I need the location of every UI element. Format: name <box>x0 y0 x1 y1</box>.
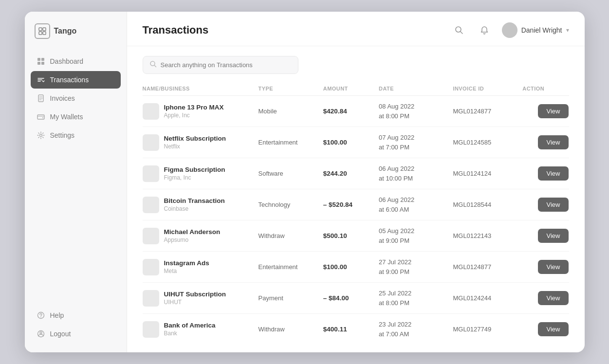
view-button[interactable]: View <box>538 291 569 305</box>
svg-point-11 <box>39 134 42 137</box>
view-button[interactable]: View <box>538 104 569 118</box>
invoices-icon <box>37 94 45 103</box>
sidebar-item-label: Logout <box>50 330 71 338</box>
row-icon <box>143 165 159 182</box>
svg-rect-2 <box>39 32 42 35</box>
cell-type: Withdraw <box>258 232 323 239</box>
sidebar-item-transactions[interactable]: Transactions <box>31 71 121 89</box>
row-icon <box>143 259 159 275</box>
svg-point-13 <box>40 317 41 317</box>
row-name: Michael Anderson <box>164 228 221 236</box>
sidebar: Tango Dashboard <box>25 12 127 352</box>
cell-type: Entertainment <box>258 263 323 271</box>
transactions-icon <box>37 75 45 84</box>
row-name: UIHUT Subscription <box>164 291 226 298</box>
row-name: Instagram Ads <box>164 259 209 267</box>
wallets-icon <box>37 112 45 121</box>
cell-name: Bank of America Bank <box>143 321 258 338</box>
row-business: UIHUT <box>164 299 226 306</box>
sidebar-bottom: Help Logout <box>25 307 127 343</box>
row-icon <box>143 103 159 120</box>
table-body: Iphone 13 Pro MAX Apple, Inc Mobile $420… <box>143 96 569 345</box>
cell-amount: $244.20 <box>323 170 379 177</box>
sidebar-item-label: Transactions <box>50 76 89 84</box>
table-row: Bank of America Bank Withdraw $400.11 23… <box>143 314 569 345</box>
table-row: UIHUT Subscription UIHUT Payment – $84.0… <box>143 283 569 314</box>
sidebar-item-label: My Wallets <box>50 113 83 121</box>
table-row: Michael Anderson Appsumo Withdraw $500.1… <box>143 220 569 252</box>
view-button[interactable]: View <box>538 135 569 149</box>
row-icon <box>143 290 159 307</box>
user-avatar <box>502 22 517 38</box>
row-business: Apple, Inc <box>164 112 224 119</box>
table-row: Bitcoin Transaction Coinbase Technology … <box>143 189 569 220</box>
cell-action: View <box>522 104 569 118</box>
svg-rect-4 <box>37 58 40 61</box>
user-name: Daniel Wright <box>521 26 562 34</box>
row-name: Figma Subscription <box>164 166 225 174</box>
row-icon <box>143 228 159 244</box>
col-type: TYPE <box>258 86 323 91</box>
page-title: Transactions <box>143 24 209 36</box>
svg-rect-5 <box>41 58 44 61</box>
row-name: Iphone 13 Pro MAX <box>164 104 224 111</box>
sidebar-item-label: Dashboard <box>50 57 84 65</box>
cell-name: Instagram Ads Meta <box>143 259 258 275</box>
cell-invoice: MGL0124585 <box>453 139 522 146</box>
sidebar-item-logout[interactable]: Logout <box>31 325 121 343</box>
row-icon <box>143 321 159 338</box>
view-button[interactable]: View <box>538 198 569 212</box>
row-business: Bank <box>164 330 216 337</box>
transactions-content: NAME/BUSINESS TYPE AMOUNT DATE INVOICE I… <box>127 46 585 352</box>
search-bar[interactable] <box>143 56 298 74</box>
cell-type: Technology <box>258 201 323 208</box>
notifications-button[interactable] <box>477 22 492 38</box>
sidebar-item-dashboard[interactable]: Dashboard <box>31 53 121 70</box>
cell-amount: – $520.84 <box>323 201 379 208</box>
search-header-button[interactable] <box>451 22 467 38</box>
row-icon <box>143 197 159 213</box>
view-button[interactable]: View <box>538 322 569 336</box>
cell-date: 07 Aug 2022at 7:00 PM <box>379 133 453 152</box>
row-name: Netflix Subscription <box>164 135 226 143</box>
cell-name: Michael Anderson Appsumo <box>143 228 258 244</box>
cell-name: Bitcoin Transaction Coinbase <box>143 197 258 213</box>
sidebar-item-label: Invoices <box>50 94 75 102</box>
cell-name: Netflix Subscription Netflix <box>143 134 258 151</box>
search-input[interactable] <box>161 61 291 69</box>
row-icon <box>143 134 159 151</box>
cell-date: 08 Aug 2022at 8:00 PM <box>379 102 453 121</box>
view-button[interactable]: View <box>538 260 569 274</box>
sidebar-item-wallets[interactable]: My Wallets <box>31 108 121 126</box>
logo-icon <box>35 23 50 39</box>
col-date: DATE <box>379 86 453 91</box>
cell-type: Mobile <box>258 108 323 115</box>
app-container: Tango Dashboard <box>25 12 585 352</box>
view-button[interactable]: View <box>538 166 569 181</box>
settings-icon <box>37 131 45 140</box>
header-right: Daniel Wright ▾ <box>451 22 569 38</box>
cell-action: View <box>522 198 569 212</box>
logout-icon <box>37 329 45 338</box>
cell-amount: $100.00 <box>323 263 379 271</box>
cell-amount: $100.00 <box>323 139 379 146</box>
view-button[interactable]: View <box>538 229 569 243</box>
sidebar-item-label: Settings <box>50 131 75 139</box>
sidebar-item-settings[interactable]: Settings <box>31 127 121 144</box>
cell-name: Figma Subscription Figma, Inc <box>143 165 258 182</box>
user-menu[interactable]: Daniel Wright ▾ <box>502 22 569 38</box>
transactions-table: NAME/BUSINESS TYPE AMOUNT DATE INVOICE I… <box>143 86 569 345</box>
col-action: ACTION <box>522 86 569 91</box>
row-business: Meta <box>164 268 209 274</box>
cell-action: View <box>522 166 569 181</box>
cell-name: Iphone 13 Pro MAX Apple, Inc <box>143 103 258 120</box>
cell-invoice: MGL0122143 <box>453 232 522 239</box>
cell-amount: $500.10 <box>323 232 379 239</box>
cell-type: Withdraw <box>258 326 323 333</box>
main-header: Transactions Daniel Wright <box>127 12 585 46</box>
sidebar-item-help[interactable]: Help <box>31 307 121 324</box>
svg-rect-3 <box>43 32 46 35</box>
sidebar-item-invoices[interactable]: Invoices <box>31 90 121 107</box>
cell-date: 06 Aug 2022at 10:00 PM <box>379 164 453 183</box>
svg-point-16 <box>456 27 461 32</box>
